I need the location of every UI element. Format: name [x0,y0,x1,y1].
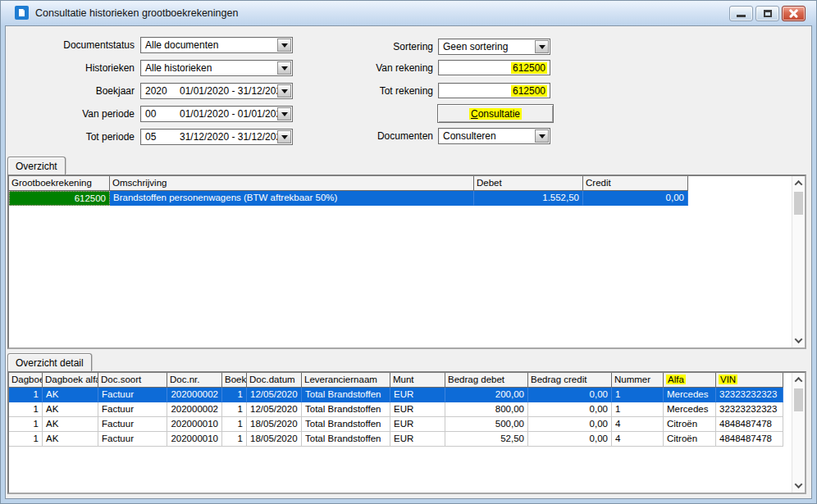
overview-selected-row[interactable]: 612500 Brandstoffen personenwagens (BTW … [9,191,792,206]
column-header-dagboek-alfa[interactable]: Dagboek alfa [43,373,98,388]
detail-cell[interactable]: Factuur [98,402,167,417]
tot-rekening-input[interactable]: 612500 [438,83,550,98]
detail-cell[interactable]: EUR [390,402,445,417]
column-header-bedrag-credit[interactable]: Bedrag credit [528,373,612,388]
detail-cell[interactable]: Mercedes [664,388,716,402]
column-header-grootboekrekening[interactable]: Grootboekrekening [9,176,110,191]
column-header-doc-datum[interactable]: Doc.datum [247,373,302,388]
detail-cell[interactable]: 18/05/2020 [247,432,302,447]
detail-cell[interactable]: Total Brandstoffen [302,388,390,402]
detail-cell[interactable]: 0,00 [528,402,612,417]
detail-cell[interactable]: Factuur [98,432,167,447]
detail-cell[interactable]: 1 [9,388,43,402]
detail-cell[interactable]: 1 [222,432,247,447]
scrollbar-thumb[interactable] [794,388,803,411]
detail-cell[interactable]: 202000002 [167,402,222,417]
close-button[interactable] [782,6,806,21]
detail-cell[interactable]: 12/05/2020 [247,388,302,402]
overview-vertical-scrollbar[interactable] [792,176,805,347]
dropdown-arrow-icon[interactable] [277,61,291,75]
column-header-omschrijving[interactable]: Omschrijving [110,176,474,191]
scrollbar-thumb[interactable] [794,192,803,215]
sortering-combo[interactable]: Geen sortering [438,39,550,55]
column-header-doc-soort[interactable]: Doc.soort [98,373,167,388]
detail-cell[interactable]: 4848487478 [716,432,783,447]
detail-cell[interactable]: 202000002 [167,388,222,402]
detail-cell[interactable]: 1 [9,417,43,432]
column-header-nummer[interactable]: Nummer [612,373,664,388]
account-cell[interactable]: 612500 [9,191,110,206]
detail-cell[interactable]: 18/05/2020 [247,417,302,432]
detail-cell[interactable]: 0,00 [528,432,612,447]
detail-cell[interactable]: EUR [390,417,445,432]
detail-cell[interactable]: AK [43,402,98,417]
column-header-munt[interactable]: Munt [390,373,445,388]
detail-cell[interactable]: Factuur [98,417,167,432]
column-header-alfa[interactable]: Alfa [664,373,716,388]
consultatie-button[interactable]: Consultatie [437,104,554,123]
detail-cell[interactable]: 0,00 [528,417,612,432]
boekjaar-combo[interactable]: 2020 01/01/2020 - 31/12/2020 [140,83,293,99]
detail-cell[interactable]: 1 [222,417,247,432]
detail-cell[interactable]: Citroën [664,417,716,432]
documenten-combo[interactable]: Consulteren [438,128,550,144]
column-header-leveranciernaam[interactable]: Leveranciernaam [302,373,390,388]
minimize-button[interactable] [729,6,753,21]
dropdown-arrow-icon[interactable] [277,84,291,98]
detail-cell[interactable]: AK [43,388,98,402]
detail-cell[interactable]: 1 [9,432,43,447]
van-periode-combo[interactable]: 00 01/01/2020 - 01/01/2020 [140,106,293,122]
detail-cell[interactable]: 0,00 [528,388,612,402]
dropdown-arrow-icon[interactable] [277,130,291,143]
dropdown-arrow-icon[interactable] [277,107,291,120]
van-rekening-input[interactable]: 612500 [438,60,550,75]
column-header-dagboek[interactable]: Dagboe [9,373,43,388]
historieken-combo[interactable]: Alle historieken [140,60,293,76]
detail-cell[interactable]: 800,00 [445,402,528,417]
documentstatus-combo[interactable]: Alle documenten [140,37,293,53]
column-header-credit[interactable]: Credit [583,176,688,191]
description-cell[interactable]: Brandstoffen personenwagens (BTW aftrekb… [110,191,474,206]
detail-cell[interactable]: Total Brandstoffen [302,432,390,447]
detail-row-selected[interactable]: 1 AK Factuur 202000002 1 12/05/2020 Tota… [9,388,792,402]
column-header-vin[interactable]: VIN [716,373,783,388]
detail-cell[interactable]: 4 [612,432,664,447]
scrollbar-down-button[interactable] [792,479,805,493]
dropdown-arrow-icon[interactable] [535,129,549,143]
detail-cell[interactable]: 1 [612,388,664,402]
column-header-bedrag-debet[interactable]: Bedrag debet [445,373,528,388]
detail-cell[interactable]: 32323232323 [716,402,783,417]
detail-cell[interactable]: AK [43,417,98,432]
debet-cell[interactable]: 1.552,50 [474,191,583,206]
dropdown-arrow-icon[interactable] [277,39,291,52]
column-header-doc-nr[interactable]: Doc.nr. [167,373,222,388]
detail-cell[interactable]: AK [43,432,98,447]
detail-cell[interactable]: 500,00 [445,417,528,432]
detail-cell[interactable]: Total Brandstoffen [302,402,390,417]
detail-row[interactable]: 1 AK Factuur 202000002 1 12/05/2020 Tota… [9,402,792,417]
tot-periode-combo[interactable]: 05 31/12/2020 - 31/12/2020 [140,129,293,145]
tab-overzicht-detail[interactable]: Overzicht detail [7,353,92,371]
detail-cell[interactable]: 202000010 [167,432,222,447]
detail-cell[interactable]: Total Brandstoffen [302,417,390,432]
detail-cell[interactable]: 32323232323 [716,388,783,402]
scrollbar-up-button[interactable] [792,373,805,387]
detail-cell[interactable]: 1 [222,388,247,402]
credit-cell[interactable]: 0,00 [583,191,688,206]
detail-cell[interactable]: 202000010 [167,417,222,432]
detail-cell[interactable]: 1 [9,402,43,417]
restore-button[interactable] [755,6,779,21]
title-bar[interactable]: Consultatie historieken grootboekrekenin… [1,1,816,25]
column-header-debet[interactable]: Debet [474,176,583,191]
detail-cell[interactable]: 200,00 [445,388,528,402]
detail-cell[interactable]: 52,50 [445,432,528,447]
scrollbar-up-button[interactable] [792,176,805,190]
detail-cell[interactable]: 4 [612,417,664,432]
detail-cell[interactable]: EUR [390,388,445,402]
detail-cell[interactable]: 1 [612,402,664,417]
detail-cell[interactable]: EUR [390,432,445,447]
detail-row[interactable]: 1 AK Factuur 202000010 1 18/05/2020 Tota… [9,417,792,432]
detail-cell[interactable]: Citroën [664,432,716,447]
tab-overzicht[interactable]: Overzicht [7,157,66,175]
dropdown-arrow-icon[interactable] [535,40,549,53]
